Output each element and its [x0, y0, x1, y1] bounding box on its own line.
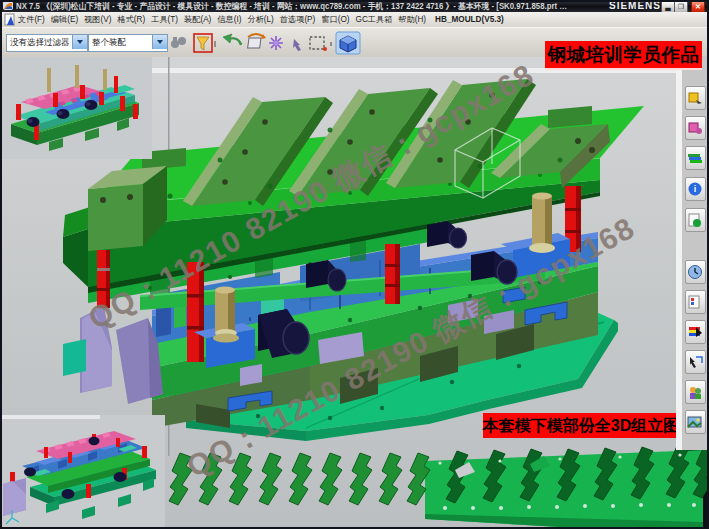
svg-text:本套模下模部份全3D组立图: 本套模下模部份全3D组立图	[482, 416, 679, 434]
svg-text:i: i	[694, 184, 697, 194]
